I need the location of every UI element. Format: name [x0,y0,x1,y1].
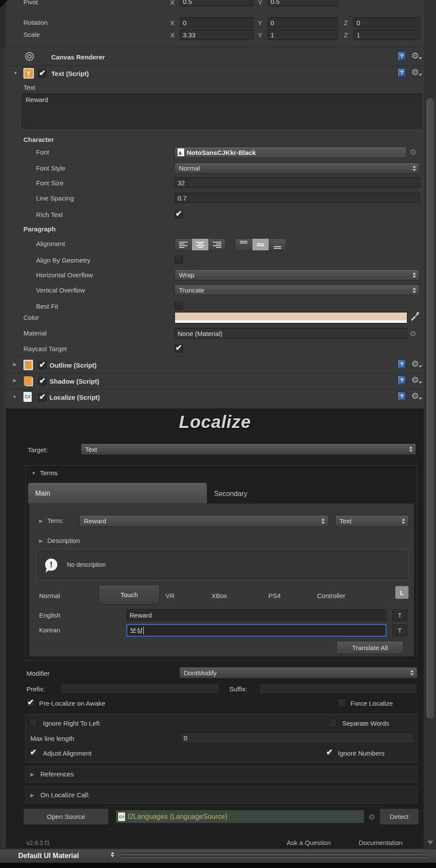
pivot-x-field[interactable] [180,0,254,7]
on-localize-foldout-icon[interactable]: ▶ [30,792,34,798]
platform-tab-ps4[interactable]: PS4 [268,592,281,599]
detect-button[interactable]: Detect [380,809,419,825]
prefix-field[interactable] [60,683,220,694]
scale-x-field[interactable] [180,30,254,40]
shadow-enabled-checkbox[interactable] [38,377,46,385]
korean-translation-field[interactable]: 보상 [126,624,386,637]
rich-text-checkbox[interactable] [175,210,183,218]
horizontal-overflow-dropdown[interactable]: Wrap [175,270,419,280]
text-enabled-checkbox[interactable] [38,69,46,78]
object-picker-icon[interactable]: ⊙ [369,812,375,822]
force-localize-checkbox[interactable] [338,699,346,707]
open-source-button[interactable]: Open Source [23,809,109,825]
on-localize-call-label: On Localize Call: [40,791,89,799]
references-foldout-icon[interactable]: ▶ [30,772,34,777]
scrollbar-thumb[interactable] [426,98,435,719]
english-translation-field[interactable] [126,609,386,621]
gear-icon[interactable]: ⚙ [411,375,419,384]
drag-grip-line[interactable] [121,853,427,855]
outline-enabled-checkbox[interactable] [38,361,46,369]
align-by-geometry-checkbox[interactable] [175,256,183,264]
platform-tab-normal[interactable]: Normal [39,592,60,599]
tab-main[interactable]: Main [28,483,207,503]
platform-tab-touch[interactable]: Touch [99,585,160,605]
terms-foldout-icon[interactable]: ▼ [31,470,36,476]
drag-grip-line[interactable] [121,856,427,858]
vertical-overflow-dropdown[interactable]: Truncate [175,285,419,296]
references-box[interactable] [25,766,417,783]
gear-icon[interactable]: ⚙ [411,391,419,400]
platform-tab-vr[interactable]: VR [165,592,175,599]
gear-icon[interactable]: ⚙ [411,68,419,76]
help-icon[interactable]: ? [398,392,406,401]
localize-enabled-checkbox[interactable] [38,393,46,401]
outline-foldout-icon[interactable]: ▶ [13,362,17,367]
term-dropdown[interactable]: Reward [79,515,328,527]
scale-z-field[interactable] [353,30,420,40]
max-line-length-field[interactable] [181,733,414,743]
help-icon[interactable]: ? [398,52,406,61]
raycast-target-checkbox[interactable] [175,344,183,352]
best-fit-checkbox[interactable] [175,302,183,310]
text-foldout-icon[interactable]: ▼ [13,70,18,76]
platform-tab-controller[interactable]: Controller [317,592,345,599]
language-toggle-button[interactable]: L [395,586,409,599]
eyedropper-icon[interactable] [410,311,419,321]
help-icon[interactable]: ? [398,68,406,77]
font-style-dropdown[interactable]: Normal [175,163,419,174]
align-left-button[interactable] [175,239,192,250]
align-center-button[interactable] [192,239,209,250]
adjust-alignment-checkbox[interactable] [29,749,37,757]
material-selector-arrows-icon[interactable] [111,852,114,857]
ignore-rtl-checkbox[interactable] [29,719,37,727]
align-bottom-button[interactable] [269,239,286,250]
shadow-foldout-icon[interactable]: ▶ [13,378,17,383]
pivot-y-field[interactable] [268,0,338,7]
term-type-dropdown[interactable]: Text [335,515,409,527]
material-object-field[interactable]: None (Material) [175,328,407,339]
separate-words-checkbox[interactable] [328,719,337,727]
localize-foldout-icon[interactable]: ▼ [12,394,17,399]
pivot-x-axis-label: X [170,0,175,6]
modifier-dropdown[interactable]: DontModify [179,667,417,678]
object-picker-icon[interactable]: ⊙ [410,329,416,338]
documentation-link[interactable]: Documentation [359,839,403,846]
platform-tab-xbox[interactable]: XBox [211,592,227,599]
dropdown-arrows-icon [413,287,416,293]
description-foldout-icon[interactable]: ▶ [39,538,43,544]
help-icon[interactable]: ? [398,376,406,385]
language-source-field[interactable]: C# I2Languages (LanguageSource) [116,810,364,823]
object-picker-icon[interactable]: ⊙ [410,148,416,157]
info-bubble-icon: ! [45,559,57,571]
align-top-button[interactable] [235,239,252,250]
pre-localize-checkbox[interactable] [26,699,35,707]
text-value-textarea[interactable]: Reward [22,94,422,128]
color-swatch[interactable] [175,312,407,323]
localize-title: Localize [6,412,424,432]
target-dropdown[interactable]: Text [81,444,416,455]
gear-icon[interactable]: ⚙ [411,51,419,60]
canvas-renderer-title: Canvas Renderer [51,53,105,61]
rotation-y-field[interactable] [268,17,338,28]
align-middle-button[interactable] [252,239,269,250]
english-translate-button[interactable]: T [392,609,407,621]
ask-question-link[interactable]: Ask a Question [287,839,331,846]
references-label: References [40,770,74,778]
rotation-z-field[interactable] [353,17,420,28]
help-icon[interactable]: ? [398,360,406,369]
tab-secondary[interactable]: Secondary [214,490,248,498]
term-foldout-icon[interactable]: ▶ [39,518,43,524]
translate-all-button[interactable]: Translate All [337,641,403,654]
rotation-x-field[interactable] [180,17,254,28]
font-size-field[interactable] [175,178,420,188]
suffix-field[interactable] [259,683,417,694]
gear-icon[interactable]: ⚙ [411,359,419,368]
line-spacing-field[interactable] [175,193,420,203]
scale-y-field[interactable] [268,30,338,40]
ignore-numbers-checkbox[interactable] [325,749,334,757]
color-label: Color [23,314,39,321]
scrollbar-down-arrow-icon[interactable] [427,841,433,845]
align-right-button[interactable] [209,239,225,250]
korean-translate-button[interactable]: T [392,625,407,636]
font-object-field[interactable]: A NotoSansCJKkr-Black [175,147,406,158]
